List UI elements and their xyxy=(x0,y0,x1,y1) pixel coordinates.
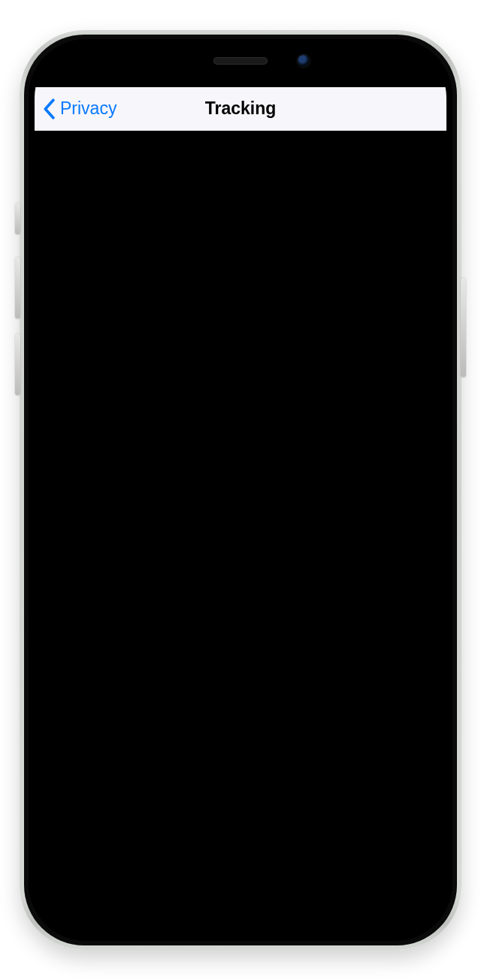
learn-more-link[interactable]: Learn more… xyxy=(162,239,240,253)
page-title: Tracking xyxy=(205,98,277,119)
row-app: App App xyxy=(35,275,446,322)
back-label: Privacy xyxy=(60,98,116,119)
battery-icon xyxy=(400,65,426,76)
toggle-allow-request-to-track[interactable] xyxy=(382,174,431,204)
app-icon: App xyxy=(50,283,80,313)
section-footer: Allow apps to ask to track your activity… xyxy=(35,212,446,275)
front-camera xyxy=(298,55,310,67)
side-button xyxy=(461,278,466,377)
app-icon-label: App xyxy=(53,291,77,306)
mute-switch xyxy=(15,203,20,234)
volume-up-button xyxy=(15,257,20,319)
cellular-icon xyxy=(353,64,371,76)
volume-down-button xyxy=(15,334,20,395)
earpiece-speaker xyxy=(213,57,268,65)
wifi-icon xyxy=(377,64,394,77)
iphone-frame: 9:41 xyxy=(20,30,461,950)
footer-text: Allow apps to ask to track your activity… xyxy=(50,221,407,253)
row-label: App xyxy=(92,289,382,308)
screen: 9:41 xyxy=(35,45,446,935)
row-allow-request-to-track: Allow Apps to Request to Track xyxy=(35,165,446,212)
back-button[interactable]: Privacy xyxy=(42,87,116,130)
notch xyxy=(147,45,334,77)
content: Allow Apps to Request to Track Allow app… xyxy=(35,131,446,935)
chevron-left-icon xyxy=(42,98,56,119)
navigation-bar: Privacy Tracking xyxy=(35,87,446,131)
status-time: 9:41 xyxy=(91,60,126,80)
toggle-app[interactable] xyxy=(382,283,431,313)
home-indicator xyxy=(176,921,305,926)
row-label: Allow Apps to Request to Track xyxy=(50,179,382,198)
